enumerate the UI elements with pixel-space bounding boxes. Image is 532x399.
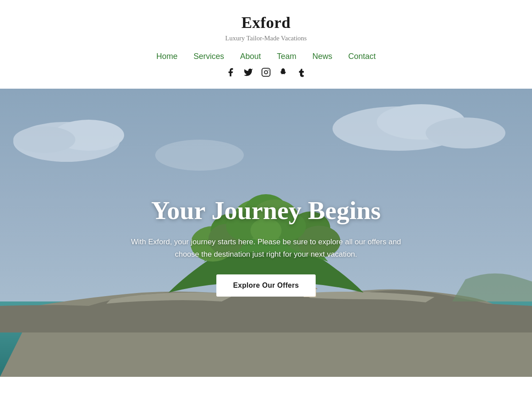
svg-point-1 <box>264 70 267 74</box>
instagram-icon[interactable] <box>261 67 271 80</box>
hero-section: Your Journey Begins With Exford, your jo… <box>0 89 532 377</box>
nav-item-home[interactable]: Home <box>156 52 177 61</box>
nav-item-news[interactable]: News <box>313 52 332 61</box>
nav-item-team[interactable]: Team <box>277 52 297 61</box>
social-bar <box>0 67 532 80</box>
hero-content: Your Journey Begins With Exford, your jo… <box>0 89 532 377</box>
tumblr-icon[interactable] <box>297 67 306 80</box>
nav-item-about[interactable]: About <box>240 52 261 61</box>
twitter-icon[interactable] <box>243 67 253 80</box>
explore-offers-button[interactable]: Explore Our Offers <box>216 274 316 297</box>
main-nav: Home Services About Team News Contact <box>0 52 532 61</box>
site-header: Exford Luxury Tailor-Made Vacations Home… <box>0 0 532 89</box>
site-title: Exford <box>0 13 532 32</box>
nav-item-contact[interactable]: Contact <box>348 52 376 61</box>
nav-item-services[interactable]: Services <box>193 52 224 61</box>
hero-title: Your Journey Begins <box>151 196 381 225</box>
svg-rect-0 <box>262 68 270 76</box>
facebook-icon[interactable] <box>226 67 235 80</box>
hero-subtitle: With Exford, your journey starts here. P… <box>129 236 403 260</box>
svg-point-2 <box>268 70 269 70</box>
snapchat-icon[interactable] <box>279 67 289 80</box>
site-tagline: Luxury Tailor-Made Vacations <box>0 35 532 42</box>
